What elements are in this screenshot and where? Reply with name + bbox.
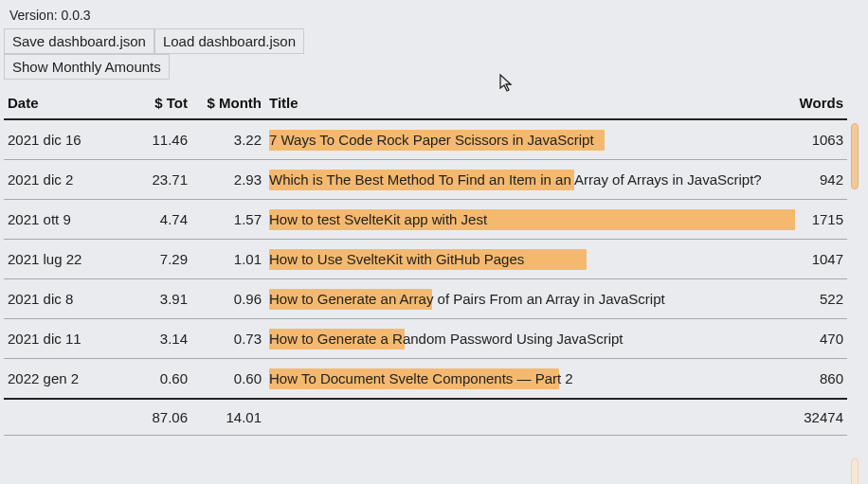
show-monthly-button[interactable]: Show Monthly Amounts	[4, 54, 170, 80]
toolbar-row-2: Show Monthly Amounts	[4, 54, 860, 80]
footer-empty	[4, 399, 127, 436]
save-button[interactable]: Save dashboard.json	[4, 28, 154, 54]
table-row: 2021 ott 94.741.57How to test SvelteKit …	[4, 200, 847, 240]
cell-month: 2.93	[191, 160, 265, 200]
cell-title: How to Generate an Array of Pairs From a…	[265, 279, 779, 319]
cell-tot: 3.91	[127, 279, 191, 319]
title-link[interactable]: How to Generate an Array of Pairs From a…	[269, 291, 665, 307]
title-link[interactable]: How to Use SvelteKit with GitHub Pages	[269, 251, 524, 267]
cell-title: 7 Ways To Code Rock Paper Scissors in Ja…	[265, 119, 779, 160]
cell-tot: 0.60	[127, 359, 191, 400]
col-tot-header[interactable]: $ Tot	[127, 89, 191, 119]
table-header-row: Date $ Tot $ Month Title Words	[4, 89, 847, 119]
table-row: 2021 lug 227.291.01How to Use SvelteKit …	[4, 240, 847, 279]
cell-date: 2021 dic 2	[4, 160, 127, 200]
cell-tot: 4.74	[127, 200, 191, 240]
footer-words: 32474	[779, 399, 847, 436]
col-words-header[interactable]: Words	[779, 89, 847, 119]
cell-date: 2021 dic 16	[4, 119, 127, 160]
title-link[interactable]: How to test SvelteKit app with Jest	[269, 211, 487, 227]
title-link[interactable]: How To Document Svelte Components — Part…	[269, 370, 573, 386]
cell-words: 860	[779, 359, 847, 400]
cell-date: 2021 dic 8	[4, 279, 127, 319]
cell-title: Which is The Best Method To Find an Item…	[265, 160, 779, 200]
footer-month: 14.01	[191, 399, 265, 436]
table-row: 2021 dic 113.140.73How to Generate a Ran…	[4, 319, 847, 359]
cell-month: 0.73	[191, 319, 265, 359]
cell-tot: 7.29	[127, 240, 191, 279]
cell-month: 0.96	[191, 279, 265, 319]
footer-empty2	[265, 399, 779, 436]
footer-tot: 87.06	[127, 399, 191, 436]
scrollbar-thumb[interactable]	[851, 123, 859, 189]
table-footer-row: 87.06 14.01 32474	[4, 399, 847, 436]
cell-tot: 11.46	[127, 119, 191, 160]
cell-title: How To Document Svelte Components — Part…	[265, 359, 779, 400]
cell-title: How to Use SvelteKit with GitHub Pages	[265, 240, 779, 279]
cell-date: 2021 ott 9	[4, 200, 127, 240]
table-row: 2021 dic 223.712.93Which is The Best Met…	[4, 160, 847, 200]
table-row: 2021 dic 1611.463.227 Ways To Code Rock …	[4, 119, 847, 160]
data-table: Date $ Tot $ Month Title Words 2021 dic …	[4, 89, 847, 436]
title-link[interactable]: How to Generate a Random Password Using …	[269, 331, 624, 347]
cell-words: 522	[779, 279, 847, 319]
version-label: Version: 0.0.3	[4, 6, 860, 28]
cell-month: 0.60	[191, 359, 265, 400]
cell-words: 1047	[779, 240, 847, 279]
table-row: 2022 gen 20.600.60How To Document Svelte…	[4, 359, 847, 400]
cell-title: How to Generate a Random Password Using …	[265, 319, 779, 359]
col-month-header[interactable]: $ Month	[191, 89, 265, 119]
cell-month: 3.22	[191, 119, 265, 160]
cell-month: 1.01	[191, 240, 265, 279]
load-button[interactable]: Load dashboard.json	[154, 28, 304, 54]
cell-tot: 3.14	[127, 319, 191, 359]
table-row: 2021 dic 83.910.96How to Generate an Arr…	[4, 279, 847, 319]
scrollbar-track-end[interactable]	[851, 458, 859, 484]
cell-date: 2021 dic 11	[4, 319, 127, 359]
col-date-header[interactable]: Date	[4, 89, 127, 119]
cell-tot: 23.71	[127, 160, 191, 200]
cell-date: 2021 lug 22	[4, 240, 127, 279]
cell-words: 470	[779, 319, 847, 359]
cell-month: 1.57	[191, 200, 265, 240]
toolbar: Save dashboard.json Load dashboard.json	[4, 28, 860, 54]
cell-words: 1063	[779, 119, 847, 160]
cell-date: 2022 gen 2	[4, 359, 127, 400]
cell-words: 942	[779, 160, 847, 200]
table-container: Date $ Tot $ Month Title Words 2021 dic …	[4, 89, 860, 436]
title-link[interactable]: 7 Ways To Code Rock Paper Scissors in Ja…	[269, 132, 594, 148]
col-title-header[interactable]: Title	[265, 89, 779, 119]
title-link[interactable]: Which is The Best Method To Find an Item…	[269, 171, 762, 188]
cell-title: How to test SvelteKit app with Jest	[265, 200, 779, 240]
